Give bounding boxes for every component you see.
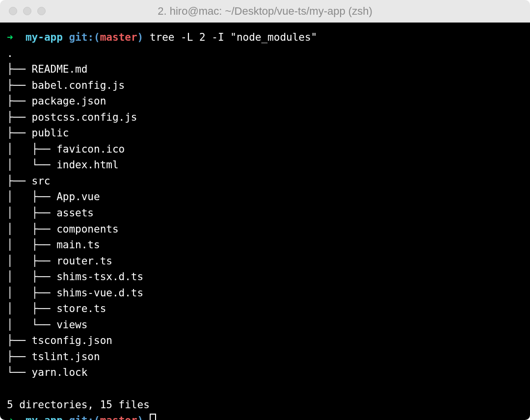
tree-summary: 5 directories, 15 files xyxy=(7,399,150,411)
traffic-lights xyxy=(9,7,46,15)
tree-line: │ ├── main.ts xyxy=(7,239,100,251)
prompt-path: my-app xyxy=(26,31,63,43)
tree-line: ├── README.md xyxy=(7,63,87,75)
tree-line: │ ├── store.ts xyxy=(7,303,106,315)
tree-line: │ └── index.html xyxy=(7,159,119,171)
titlebar: 2. hiro@mac: ~/Desktop/vue-ts/my-app (zs… xyxy=(0,0,530,23)
prompt-paren-close: ) xyxy=(137,31,144,43)
prompt-paren-close: ) xyxy=(137,415,144,420)
terminal-body[interactable]: ➜ my-app git:(master) tree -L 2 -I "node… xyxy=(0,23,530,420)
tree-line: │ ├── shims-vue.d.ts xyxy=(7,287,143,299)
prompt-arrow-icon: ➜ xyxy=(7,31,13,43)
close-button[interactable] xyxy=(9,7,17,15)
prompt-paren-open: ( xyxy=(94,31,100,43)
tree-line: │ ├── components xyxy=(7,223,119,235)
prompt-branch: master xyxy=(100,415,137,420)
tree-root: . xyxy=(7,48,13,59)
prompt-git-label: git: xyxy=(69,415,94,420)
tree-line: ├── tslint.json xyxy=(7,351,100,363)
tree-line: │ └── views xyxy=(7,319,87,331)
maximize-button[interactable] xyxy=(37,7,46,15)
tree-line: │ ├── shims-tsx.d.ts xyxy=(7,271,143,283)
command-text: tree -L 2 -I "node_modules" xyxy=(150,31,317,43)
tree-line: │ ├── favicon.ico xyxy=(7,143,125,155)
prompt-git-label: git: xyxy=(69,31,94,43)
tree-line: │ ├── App.vue xyxy=(7,191,100,203)
window-title: 2. hiro@mac: ~/Desktop/vue-ts/my-app (zs… xyxy=(9,5,521,18)
prompt-path: my-app xyxy=(26,415,63,420)
prompt-branch: master xyxy=(100,31,137,43)
tree-line: │ ├── assets xyxy=(7,207,94,219)
tree-line: ├── babel.config.js xyxy=(7,79,125,91)
tree-line: ├── tsconfig.json xyxy=(7,335,112,346)
tree-line: │ ├── router.ts xyxy=(7,255,112,267)
tree-line: ├── public xyxy=(7,127,69,139)
cursor xyxy=(150,414,156,420)
terminal-window: 2. hiro@mac: ~/Desktop/vue-ts/my-app (zs… xyxy=(0,0,530,420)
minimize-button[interactable] xyxy=(23,7,31,15)
tree-line: ├── package.json xyxy=(7,95,106,107)
tree-line: ├── postcss.config.js xyxy=(7,111,137,123)
prompt-paren-open: ( xyxy=(94,415,100,420)
prompt-arrow-icon: ➜ xyxy=(7,415,13,420)
tree-line: └── yarn.lock xyxy=(7,367,87,378)
tree-line: ├── src xyxy=(7,175,51,187)
